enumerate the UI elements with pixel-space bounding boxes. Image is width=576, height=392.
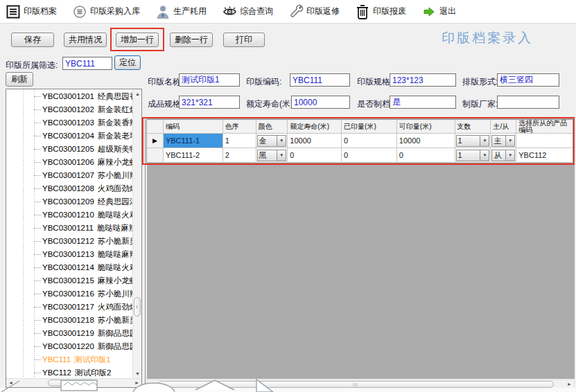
tree-item-code: YBC112 bbox=[42, 368, 71, 377]
cell-count[interactable]: 1 ▼ bbox=[455, 148, 491, 163]
grid-header-role[interactable]: 主/从 bbox=[491, 120, 516, 134]
count-combobox[interactable]: 1 ▼ bbox=[456, 135, 490, 147]
plate-name-input[interactable] bbox=[179, 73, 240, 87]
tree-item-name: 脆哒哒火鸡面55g bbox=[98, 263, 132, 271]
grid-header-parent[interactable]: 选择所从的产品编码 bbox=[516, 120, 573, 134]
tree-item[interactable]: YBC03001214脆哒哒火鸡面55g bbox=[6, 261, 132, 274]
cell-parent[interactable]: YBC112 bbox=[516, 148, 573, 163]
rated-life-input[interactable] bbox=[291, 96, 350, 109]
menu-item-production-use[interactable]: 生产耗用 bbox=[155, 4, 207, 19]
product-spec-input[interactable] bbox=[179, 96, 240, 109]
menu-item-exit[interactable]: 退出 bbox=[421, 4, 456, 19]
row-selector-cell[interactable] bbox=[147, 148, 164, 163]
locate-button[interactable]: 定位 bbox=[114, 55, 141, 70]
grid-header-color[interactable]: 颜色 bbox=[256, 120, 288, 134]
tree-item-name: 新御品思园香辣牛 bbox=[98, 329, 132, 337]
tree-item[interactable]: YBC111测试印版1 bbox=[6, 353, 132, 366]
cell-printed[interactable]: 0 bbox=[342, 134, 397, 148]
cell-life[interactable]: 0 bbox=[288, 148, 342, 163]
tree-item[interactable]: YBC03001208火鸡面劲爆火鸡5 bbox=[6, 182, 132, 195]
cell-code[interactable]: YBC111-1 bbox=[164, 134, 223, 148]
menu-item-plate-archive[interactable]: 印版档案 bbox=[6, 4, 57, 19]
save-button[interactable]: 保存 bbox=[11, 33, 54, 47]
combo-value: 1 bbox=[457, 136, 480, 146]
cell-color[interactable]: 黑 ▼ bbox=[256, 148, 288, 163]
menu-item-plate-purchase[interactable]: 印版采购入库 bbox=[72, 4, 140, 19]
role-combobox[interactable]: 从 ▼ bbox=[491, 150, 515, 161]
tree-item[interactable]: YBC03001219新御品思园香辣牛 bbox=[6, 327, 132, 340]
grid-header-life[interactable]: 额定寿命(米) bbox=[288, 120, 342, 134]
tree-item[interactable]: YBC03001203新金装香辣牛肉面 bbox=[6, 116, 132, 130]
count-combobox[interactable]: 1 ▼ bbox=[456, 150, 490, 161]
cell-parent[interactable] bbox=[516, 134, 573, 148]
tree-item-name: 苏小脆新奥尔良鸡 bbox=[98, 316, 132, 324]
tree-item[interactable]: YBC03001215麻辣小龙虾55g15 bbox=[6, 274, 132, 287]
tree-item[interactable]: YBC03001210脆哒哒火鸡面55g bbox=[6, 208, 132, 222]
tree-item[interactable]: YBC03001202新金装红烧牛肉面 bbox=[6, 103, 132, 116]
layout-form-input[interactable] bbox=[497, 73, 559, 87]
tree-vertical-scrollbar[interactable]: ▲ ≡ ▼ bbox=[132, 89, 141, 378]
dropdown-arrow-icon[interactable]: ▼ bbox=[480, 136, 489, 146]
tree-item[interactable]: YBC03001218苏小脆新奥尔良鸡 bbox=[6, 314, 132, 327]
add-row-button[interactable]: 增加一行 bbox=[116, 33, 159, 47]
plate-code-label: 印版编码: bbox=[246, 76, 281, 88]
shared-status-button[interactable]: 共用情况 bbox=[64, 33, 107, 47]
role-combobox[interactable]: 主 ▼ bbox=[491, 135, 515, 147]
plate-maker-input[interactable] bbox=[497, 96, 559, 109]
exit-arrow-icon bbox=[421, 4, 437, 19]
cell-seq[interactable]: 1 bbox=[223, 134, 256, 148]
scroll-up-icon[interactable]: ▲ bbox=[133, 89, 142, 98]
print-button[interactable]: 打印 bbox=[223, 33, 265, 47]
tree-item[interactable]: YBC03001212苏小脆新奥尔良鸡 bbox=[6, 235, 132, 248]
plate-spec-input[interactable] bbox=[390, 73, 456, 87]
row-selector-cell[interactable]: ▶ bbox=[147, 134, 164, 148]
color-combobox[interactable]: 黑 ▼ bbox=[257, 150, 287, 161]
cell-color[interactable]: 金 ▼ bbox=[256, 134, 288, 148]
dropdown-arrow-icon[interactable]: ▼ bbox=[480, 150, 489, 161]
cell-printable[interactable]: 10000 bbox=[397, 134, 455, 148]
tree-item[interactable]: YBC03001207苏小脆川辣牛肉5 bbox=[6, 169, 132, 182]
dropdown-arrow-icon[interactable]: ▼ bbox=[277, 136, 286, 146]
refresh-button[interactable]: 刷新 bbox=[6, 72, 33, 87]
cell-code[interactable]: YBC111-2 bbox=[164, 148, 223, 163]
delete-row-button[interactable]: 删除一行 bbox=[170, 33, 213, 47]
tree-item[interactable]: YBC03001216苏小脆川辣牛肉5 bbox=[6, 287, 132, 301]
tree-vscroll-thumb[interactable]: ≡ bbox=[134, 297, 141, 317]
tree-item[interactable]: YBC03001209经典思园浓香排骨 bbox=[6, 195, 132, 208]
dropdown-arrow-icon[interactable]: ▼ bbox=[277, 150, 286, 161]
tree-item-name: 脆哒哒火鸡面55g bbox=[98, 211, 132, 219]
grid-header-seq[interactable]: 色序 bbox=[223, 120, 256, 134]
menu-item-query[interactable]: 综合查询 bbox=[222, 4, 273, 19]
grid-header-printed[interactable]: 已印量(米) bbox=[342, 120, 397, 134]
cell-printable[interactable]: 0 bbox=[397, 148, 455, 163]
combo-value: 主 bbox=[492, 136, 505, 146]
tree-item[interactable]: YBC03001213脆哒哒麻辣小龙虾 bbox=[6, 248, 132, 261]
plate-code-input[interactable] bbox=[290, 73, 350, 87]
cell-role[interactable]: 主 ▼ bbox=[491, 134, 516, 148]
grid-header-selector bbox=[147, 120, 164, 134]
cell-seq[interactable]: 2 bbox=[223, 148, 256, 163]
filter-input[interactable] bbox=[62, 57, 112, 70]
tree-item[interactable]: YBC03001211脆哒哒麻辣小龙虾 bbox=[6, 222, 132, 235]
tree-item[interactable]: YBC03001204新金装老坛酸菜面 bbox=[6, 130, 132, 143]
menu-item-plate-repair[interactable]: 印版返修 bbox=[288, 4, 340, 19]
cell-count[interactable]: 1 ▼ bbox=[455, 134, 491, 148]
tree-item[interactable]: YBC03001206麻辣小龙虾55g bbox=[6, 156, 132, 169]
cell-role[interactable]: 从 ▼ bbox=[491, 148, 516, 163]
menu-item-plate-scrap[interactable]: 印版报废 bbox=[355, 4, 406, 19]
tree-item-code: YBC03001220 bbox=[42, 342, 94, 350]
dropdown-arrow-icon[interactable]: ▼ bbox=[505, 150, 514, 161]
color-combobox[interactable]: 金 ▼ bbox=[257, 135, 287, 147]
grid-header-printable[interactable]: 可印量(米) bbox=[397, 120, 455, 134]
dropdown-arrow-icon[interactable]: ▼ bbox=[505, 136, 514, 146]
tree-item[interactable]: YBC03001217火鸡面劲爆火鸡5 bbox=[6, 301, 132, 314]
tree-item[interactable]: YBC03001205超级斯美特香牛 bbox=[6, 143, 132, 156]
tree-item[interactable]: YBC03001220新御品思园红烧牛 bbox=[6, 340, 132, 353]
cell-printed[interactable]: 0 bbox=[342, 148, 397, 163]
grid-header-code[interactable]: 编码 bbox=[164, 120, 223, 134]
trash-icon bbox=[355, 4, 370, 19]
cell-life[interactable]: 10000 bbox=[288, 134, 342, 148]
tree-item[interactable]: YBC03001201经典思园香辣牛肉面 bbox=[6, 90, 132, 103]
grid-header-count[interactable]: 支数 bbox=[455, 120, 491, 134]
is-archived-input[interactable] bbox=[390, 96, 456, 109]
